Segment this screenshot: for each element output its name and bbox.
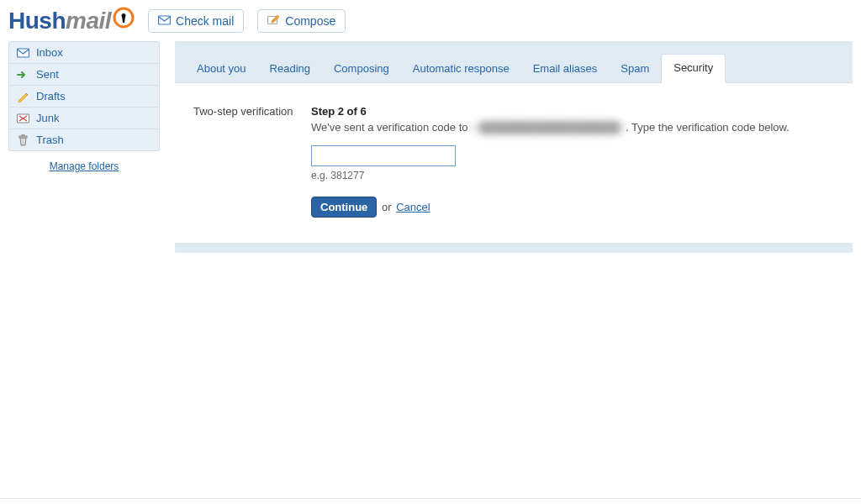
folder-label: Drafts [36,90,66,102]
sidebar: Inbox Sent Drafts Junk Trash Manage fold… [8,41,160,253]
instruction-prefix: We've sent a verification code to [311,121,471,134]
footer-divider [0,498,861,504]
section-label: Two-step verification [193,105,311,218]
junk-icon [16,113,29,124]
trash-icon [16,134,29,146]
sidebar-item-drafts[interactable]: Drafts [9,86,159,108]
svg-rect-7 [22,134,24,136]
folder-label: Inbox [36,46,63,59]
sidebar-item-trash[interactable]: Trash [9,129,159,150]
tab-automatic-response[interactable]: Automatic response [401,55,521,83]
action-row: Continue or Cancel [311,197,834,218]
tab-email-aliases[interactable]: Email aliases [521,55,610,83]
compose-icon [267,14,280,28]
inbox-icon [16,47,29,59]
folder-label: Trash [36,134,64,146]
sidebar-item-junk[interactable]: Junk [9,108,159,129]
or-text: or [382,201,392,213]
folder-label: Junk [36,112,59,124]
container: Inbox Sent Drafts Junk Trash Manage fold… [0,41,861,263]
logo-text-mail: mail [66,8,111,34]
compose-label: Compose [285,14,335,28]
tab-content: Two-step verification Step 2 of 6 We've … [175,83,853,243]
tab-spam[interactable]: Spam [609,55,661,83]
keyhole-icon [113,7,135,29]
masked-email: m██████████████████n [471,121,626,134]
tab-about-you[interactable]: About you [185,55,258,83]
sidebar-item-sent[interactable]: Sent [9,64,159,86]
check-mail-button[interactable]: Check mail [148,9,244,33]
continue-button[interactable]: Continue [311,197,377,218]
tab-security[interactable]: Security [661,54,726,83]
two-step-row: Two-step verification Step 2 of 6 We've … [193,105,834,218]
cancel-link[interactable]: Cancel [396,201,430,213]
instruction-suffix: . Type the verification code below. [626,121,790,134]
code-hint: e.g. 381277 [311,170,834,181]
form-column: Step 2 of 6 We've sent a verification co… [311,105,834,218]
check-mail-label: Check mail [176,14,234,28]
step-title: Step 2 of 6 [311,105,834,118]
header: Hushmail Check mail Compose [0,0,861,41]
sent-icon [16,69,29,81]
sidebar-item-inbox[interactable]: Inbox [9,42,159,64]
logo[interactable]: Hushmail [8,7,135,34]
instruction-text: We've sent a verification code to m█████… [311,121,834,134]
tab-reading[interactable]: Reading [258,55,322,83]
drafts-icon [16,91,29,102]
logo-text-hush: Hush [8,8,66,34]
tab-composing[interactable]: Composing [322,55,401,83]
compose-button[interactable]: Compose [257,9,346,33]
main-panel: About you Reading Composing Automatic re… [175,41,853,253]
folder-label: Sent [36,68,59,81]
folder-list: Inbox Sent Drafts Junk Trash [8,41,160,151]
mail-icon [158,14,171,28]
manage-folders: Manage folders [8,151,160,181]
manage-folders-link[interactable]: Manage folders [50,160,119,172]
verification-code-input[interactable] [311,145,456,166]
settings-tabs: About you Reading Composing Automatic re… [175,41,853,83]
